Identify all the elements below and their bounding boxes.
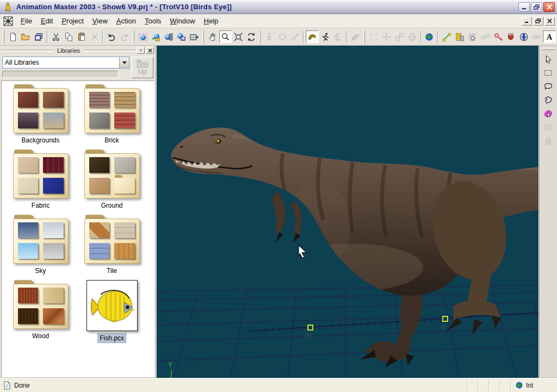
viewport-birds-eye[interactable]: 20 0 Y — [157, 46, 539, 378]
zoom-tool-icon — [220, 32, 230, 42]
save-all-button[interactable] — [32, 30, 45, 43]
toolbar-separator — [47, 31, 48, 43]
redo-button — [118, 30, 131, 43]
library-folder-item[interactable]: Sky — [5, 215, 76, 275]
magnet-mode-button[interactable] — [504, 30, 517, 43]
library-item-label[interactable]: Ground — [99, 201, 124, 210]
rotoscope-tool-button[interactable] — [517, 30, 530, 43]
menu-tools[interactable]: Tools — [140, 15, 165, 27]
library-item-label[interactable]: Brick — [103, 136, 121, 145]
skeletal-mode-button[interactable] — [319, 30, 332, 43]
child-minimize-button[interactable] — [522, 17, 532, 26]
font-tool-icon — [544, 32, 554, 42]
copy-button[interactable] — [63, 30, 76, 43]
save-animation-button[interactable] — [175, 30, 188, 43]
image-preview[interactable] — [86, 280, 138, 331]
zoom-to-fit-button[interactable] — [232, 30, 245, 43]
minimize-button[interactable] — [518, 2, 530, 12]
render-to-file-button[interactable] — [162, 30, 175, 43]
library-folder-item[interactable]: Wood — [5, 280, 76, 343]
path-tool-button[interactable] — [440, 30, 453, 43]
paste-button[interactable] — [75, 30, 88, 43]
library-item-label[interactable]: Backgrounds — [20, 136, 61, 145]
toolbar-grip[interactable] — [133, 30, 134, 43]
toolbar-grip[interactable] — [259, 30, 261, 43]
menu-edit[interactable]: Edit — [36, 15, 57, 27]
combobox-dropdown-button[interactable] — [119, 57, 129, 68]
cut-button[interactable] — [49, 30, 63, 43]
folder-icon[interactable] — [13, 215, 69, 264]
library-filter-combobox[interactable]: All Libraries — [2, 57, 129, 69]
panel-close-button[interactable] — [146, 47, 154, 54]
render-mode-button[interactable] — [137, 30, 150, 43]
modeling-mode-icon — [277, 32, 287, 42]
toolbar-separator — [346, 31, 347, 43]
keyframe-marker-20[interactable] — [308, 325, 313, 330]
library-folder-item[interactable]: Backgrounds — [5, 84, 76, 145]
toolbar-separator — [102, 31, 103, 43]
select-tool-button[interactable] — [542, 53, 555, 65]
menu-help[interactable]: Help — [200, 15, 223, 27]
font-tool-button[interactable] — [543, 30, 556, 43]
move-tool-button[interactable] — [206, 30, 219, 43]
toolbar-grip[interactable] — [202, 30, 204, 43]
libraries-panel-header[interactable]: Libraries — [0, 46, 156, 55]
folder-icon[interactable] — [13, 150, 69, 198]
menu-view[interactable]: View — [88, 15, 112, 27]
undo-button[interactable] — [105, 30, 118, 43]
turn-tool-button[interactable] — [245, 30, 258, 43]
render-lock-button[interactable] — [149, 30, 162, 43]
keyframe-marker-0[interactable] — [443, 316, 448, 321]
folder-icon[interactable] — [84, 150, 140, 198]
child-restore-button[interactable] — [533, 17, 543, 26]
library-item-label[interactable]: Tile — [105, 266, 119, 275]
trex-model[interactable] — [171, 127, 539, 368]
library-item-label[interactable]: Fish.pcx — [98, 334, 126, 343]
redo-icon — [120, 32, 129, 42]
toolbar-grip[interactable] — [542, 48, 554, 50]
lasso-select-tool-button[interactable] — [542, 80, 555, 92]
library-folder-item[interactable]: Brick — [76, 84, 147, 145]
toolbar-grip[interactable] — [363, 30, 365, 43]
child-window-menu-icon[interactable] — [3, 16, 13, 26]
key-tool-button[interactable] — [492, 30, 505, 43]
menu-file[interactable]: File — [16, 15, 36, 27]
preview-animation-button[interactable] — [188, 30, 201, 43]
libraries-panel-title: Libraries — [54, 47, 83, 54]
menu-project[interactable]: Project — [57, 15, 88, 27]
patch-select-tool-button[interactable] — [542, 107, 555, 120]
open-project-button[interactable] — [20, 30, 33, 43]
folder-icon[interactable] — [84, 84, 140, 133]
library-image-item[interactable]: Fish.pcx — [76, 280, 147, 343]
library-item-label[interactable]: Sky — [33, 266, 47, 275]
texture-thumbnail — [89, 157, 110, 173]
menu-window[interactable]: Window — [165, 15, 199, 27]
grid-snap-button[interactable] — [466, 30, 479, 43]
close-button[interactable] — [543, 2, 555, 12]
child-close-button[interactable] — [544, 17, 555, 26]
panel-rollup-button[interactable] — [137, 47, 145, 54]
world-space-button[interactable] — [423, 30, 436, 43]
library-folder-item[interactable]: Tile — [76, 215, 147, 275]
new-project-icon — [8, 32, 18, 42]
zoom-tool-button[interactable] — [219, 30, 232, 43]
title-bar[interactable]: Animation Master 2003 - Show6 V9.prj * -… — [0, 0, 557, 14]
library-folder-item[interactable]: Ground — [76, 150, 147, 210]
folder-thumbnails — [89, 92, 135, 128]
properties-tool-button[interactable] — [453, 30, 466, 43]
library-item-label[interactable]: Wood — [30, 332, 51, 340]
library-folder-item[interactable]: Fabric — [5, 150, 76, 210]
rotate-manipulator-icon — [407, 32, 417, 42]
polygon-select-tool-button[interactable] — [542, 94, 555, 106]
toolbar-grip[interactable] — [3, 30, 4, 43]
texture-thumbnail — [18, 243, 39, 259]
restore-button[interactable] — [531, 2, 542, 12]
folder-icon[interactable] — [84, 215, 140, 264]
muscle-mode-button[interactable] — [306, 30, 319, 43]
folder-icon[interactable] — [13, 280, 69, 329]
library-item-label[interactable]: Fabric — [30, 201, 51, 210]
new-project-button[interactable] — [7, 30, 20, 43]
rect-select-tool-button[interactable] — [542, 66, 555, 79]
menu-action[interactable]: Action — [112, 15, 140, 27]
folder-icon[interactable] — [13, 84, 69, 133]
